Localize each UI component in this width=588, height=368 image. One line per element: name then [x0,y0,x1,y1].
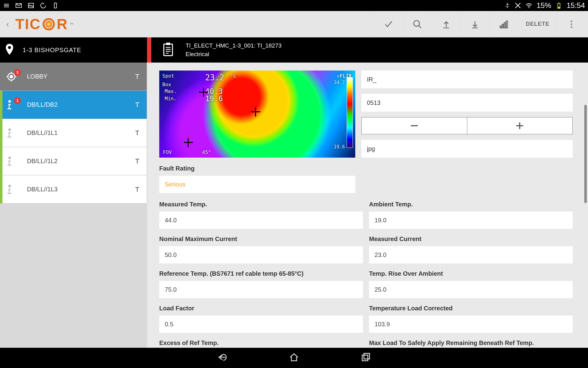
sidebar-item-db2[interactable]: 1 DB/LL/DB2 T [0,91,147,119]
measured-current-field[interactable]: 23.0 [369,246,573,263]
svg-rect-1 [4,5,9,6]
image-prefix-field[interactable]: IR_ [361,71,573,88]
decrement-button[interactable] [361,117,467,134]
measured-temp-label: Measured Temp. [159,201,363,208]
ambient-temp-field[interactable]: 19.0 [369,212,573,229]
nominal-max-current-label: Nominal Maximum Current [159,236,363,243]
wifi-icon [526,2,532,9]
sidebar-item-1l2[interactable]: DB/LL//1L2 T [0,147,147,175]
measured-temp-field[interactable]: 44.0 [159,212,363,229]
svg-point-21 [8,128,11,131]
crosshair-icon [199,88,208,97]
reference-temp-field[interactable]: 75.0 [159,281,363,298]
search-button[interactable] [403,11,432,37]
overflow-menu-button[interactable] [557,11,586,37]
sidebar-item-label: DB/LL//1L1 [27,129,58,136]
clipboard-icon [159,43,174,57]
battery-percent: 15% [537,1,551,10]
svg-point-20 [8,100,11,103]
nav-recent-button[interactable] [360,352,371,364]
app-header: ‹ TICR™ DELETE [0,11,588,37]
thermal-box-label: Box [162,82,171,87]
thermal-min-label: Min. [165,96,177,102]
fault-rating-label: Fault Rating [159,165,355,172]
thermal-image[interactable]: Spot 23.2 °C Box Max. 40.3 Min. 19.6 FOV… [159,71,355,158]
svg-point-9 [414,21,420,26]
sidebar-item-label: DB/LL//1L3 [27,186,58,193]
info-icon [6,156,17,167]
device-icon [52,2,59,9]
nominal-max-current-field[interactable]: 50.0 [159,246,363,263]
thermal-color-scale [347,77,353,148]
t-indicator: T [135,186,139,194]
sidebar-item-1l3[interactable]: DB/LL//1L3 T [0,175,147,204]
increment-button[interactable] [467,117,573,134]
record-title: TI_ELECT_HMC_1-3_001: TI_18273 [186,42,281,49]
fault-rating-field[interactable]: Serious [159,176,355,193]
badge-count: 1 [14,97,21,104]
svg-point-19 [10,75,13,78]
sidebar-item-lobby[interactable]: 1 LOBBY T [0,63,147,91]
thermal-unit: °C [230,73,236,79]
main-content: TI_ELECT_HMC_1-3_001: TI_18273 Electrica… [147,37,588,348]
svg-point-15 [571,23,572,25]
svg-point-16 [571,26,572,28]
scale-low: 19.6 [334,144,345,150]
nav-back-button[interactable] [217,352,228,364]
svg-point-17 [8,46,11,49]
max-load-safe-label: Max Load To Safely Apply Remaining Benea… [369,339,573,347]
scale-high: 34.7 [334,80,345,85]
svg-rect-4 [54,3,56,8]
mute-icon [514,2,521,9]
signal-button[interactable] [489,11,518,37]
location-header[interactable]: 1-3 BISHOPSGATE [0,37,147,63]
info-icon [6,184,17,195]
crosshair-icon [184,138,193,147]
ticor-logo: TICR™ [15,16,74,33]
temp-load-corrected-field[interactable]: 103.9 [369,316,573,333]
load-factor-field[interactable]: 0.5 [159,316,363,333]
svg-point-14 [571,21,572,22]
load-factor-label: Load Factor [159,305,363,312]
confirm-button[interactable] [374,11,403,37]
thermal-spot-label: Spot [162,73,174,79]
svg-rect-13 [506,21,507,28]
sidebar-item-1l1[interactable]: DB/LL//1L1 T [0,119,147,147]
measured-current-label: Measured Current [369,236,573,243]
scrollbar-thumb[interactable] [584,105,587,203]
t-indicator: T [135,157,139,165]
sidebar: 1-3 BISHOPSGATE 1 LOBBY T 1 DB/LL/DB2 T [0,37,147,348]
bluetooth-icon [503,2,510,9]
temp-rise-field[interactable]: 25.0 [369,281,573,298]
image-number-field[interactable]: 0513 [361,94,573,112]
download-button[interactable] [461,11,489,37]
image-ext-field[interactable]: jpg [361,140,573,158]
svg-rect-10 [500,26,501,28]
battery-icon [556,2,562,9]
badge-count: 1 [14,69,21,76]
nav-home-button[interactable] [289,352,299,364]
severity-strip [147,37,151,63]
t-indicator: T [135,129,139,137]
svg-rect-8 [558,3,560,3]
delete-button[interactable]: DELETE [518,11,557,37]
clock-time: 15:54 [567,1,585,10]
svg-point-22 [8,156,11,159]
svg-rect-27 [364,353,369,359]
image-icon [28,2,34,9]
svg-point-23 [8,185,11,187]
info-icon [6,128,17,138]
svg-rect-24 [164,44,172,56]
back-button[interactable]: ‹ [2,19,13,29]
svg-rect-11 [502,24,503,28]
sidebar-item-label: LOBBY [27,73,47,80]
t-indicator: T [135,73,139,81]
svg-rect-12 [504,22,506,28]
svg-rect-7 [558,7,560,8]
android-status-bar: 15% 15:54 [0,0,588,11]
svg-rect-25 [166,43,170,45]
svg-rect-2 [4,7,9,7]
android-nav-bar [0,348,588,368]
upload-button[interactable] [432,11,461,37]
record-category: Electrical [186,51,281,58]
